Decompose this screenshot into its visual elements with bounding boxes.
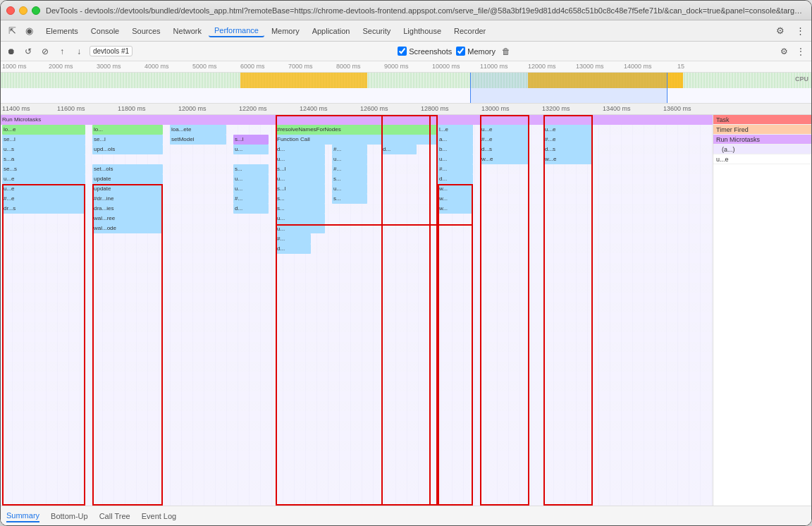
more2-icon[interactable]: ⋮ [794,45,807,58]
bar-u-e[interactable]: u...e [2,174,85,184]
bar-s5[interactable]: s... [332,174,367,184]
bar-set-ols[interactable]: set...ols [92,164,163,174]
timeline-overview[interactable]: 1000 ms 2000 ms 3000 ms 4000 ms 5000 ms … [1,61,811,104]
tab-network[interactable]: Network [168,25,207,37]
bar-hash-fr2[interactable]: #...e [543,135,593,145]
bar-update[interactable]: update [92,174,163,184]
bottom-tab-eventlog[interactable]: Event Log [142,510,177,522]
tab-memory[interactable]: Memory [266,25,305,37]
bar-setModel[interactable]: setModel [170,135,226,145]
bar-w3-right2[interactable]: w... [438,204,473,214]
clear-button[interactable]: ⊘ [39,45,51,58]
tab-console[interactable]: Console [85,25,125,37]
bar-w-right2[interactable]: w... [438,184,473,194]
bar-hash3-sel[interactable]: #... [276,234,311,244]
bar-w-far-right[interactable]: w...e [480,154,529,164]
tab-application[interactable]: Application [307,25,356,37]
tab-elements[interactable]: Elements [40,25,84,37]
bar-u-far-right[interactable]: u...e [480,125,529,135]
bar-u-right2[interactable]: u... [438,154,473,164]
bar-hash-center[interactable]: #... [332,145,367,154]
bar-update2[interactable]: update [92,184,163,194]
bar-u2-center[interactable]: u... [276,174,325,184]
bar-u2[interactable]: u... [233,145,269,154]
minimize-button[interactable] [19,6,27,15]
pointer-icon[interactable]: ⇱ [4,23,20,39]
bottom-tab-calltree[interactable]: Call Tree [99,510,130,522]
bar-d-far-right[interactable]: d...s [480,145,529,154]
bar-b-right[interactable]: b... [438,145,473,154]
bar-se-s[interactable]: se...s [2,164,85,174]
tab-lighthouse[interactable]: Lighthouse [398,25,447,37]
bar-se-l[interactable]: se...l [2,135,85,145]
bar-l-right[interactable]: l...e [438,125,473,135]
tab-sources[interactable]: Sources [126,25,166,37]
bar-a-right[interactable]: a... [438,135,473,145]
bar-dr-s[interactable]: dr...s [2,204,85,214]
bar-hash-far-right[interactable]: #...e [480,135,529,145]
bar-wal-ode[interactable]: wal...ode [92,224,163,233]
close-button[interactable] [6,6,15,15]
bottom-tab-summary[interactable]: Summary [6,510,39,522]
bar-u7-sel[interactable]: u... [276,224,311,234]
bar-u6[interactable]: u... [332,184,367,194]
flame-outer[interactable]: Run Microtasks lo...e lo... loa...ete se… [1,115,811,506]
bar-s2-center[interactable]: s...l [276,184,325,194]
bar-s-l[interactable]: s...l [233,135,269,145]
more-icon[interactable]: ⋮ [792,23,808,39]
bar-d-center[interactable]: d... [276,145,325,154]
bar-u4[interactable]: u... [233,184,269,194]
bar-d-right-c[interactable]: d... [381,145,417,154]
bar-u-fr2[interactable]: u...e [543,125,593,135]
record-button[interactable]: ⏺ [5,45,18,58]
bar-u-center[interactable]: u... [276,154,325,164]
upload-button[interactable]: ↑ [56,45,68,58]
bar-lo2[interactable]: lo... [92,125,163,135]
bar-hash2-center[interactable]: #... [332,164,367,174]
bar-w-fr2[interactable]: w...e [543,154,593,164]
bar-hash-right2[interactable]: #... [438,164,473,174]
bar-dra-ies[interactable]: dra...ies [92,204,163,214]
bar-hash2[interactable]: #... [233,194,269,204]
bar-u5[interactable]: u... [332,154,367,164]
tab-performance[interactable]: Performance [209,25,264,37]
bar-u-s[interactable]: u...s [2,145,85,154]
reload-record-button[interactable]: ↺ [22,45,35,58]
bar-u3-center[interactable]: u... [276,214,325,224]
bar-s2[interactable]: s... [233,164,269,174]
target-select[interactable]: devtools #1 [90,46,133,56]
bar-s6[interactable]: s... [332,194,367,204]
bar-se2-l[interactable]: se...l [92,135,163,145]
bar-w2-right2[interactable]: w... [438,194,473,204]
bar-loa-ete[interactable]: loa...ete [170,125,226,135]
bar-s-a[interactable]: s...a [2,154,85,164]
bar-d-right2[interactable]: d... [438,174,473,184]
trash-icon[interactable]: 🗑 [500,45,512,58]
bar-upd-ols[interactable]: upd...ols [92,145,163,154]
bar-hash-dr-ine[interactable]: #dr...ine [92,194,163,204]
bar-s4-center[interactable]: s... [276,204,325,214]
bottom-tab-bottomup[interactable]: Bottom-Up [51,510,88,522]
tab-security[interactable]: Security [357,25,396,37]
settings2-icon[interactable]: ⚙ [777,45,790,58]
memory-checkbox-label[interactable]: Memory [456,47,496,56]
bar-d2[interactable]: d... [233,204,269,214]
bar-s3-center[interactable]: s... [276,194,325,204]
bar-u-e2[interactable]: u...e [2,184,85,194]
bar-d-fr2[interactable]: d...s [543,145,593,154]
inspect-icon[interactable]: ◉ [20,23,37,39]
maximize-button[interactable] [32,6,40,15]
bar-u3[interactable]: u... [233,174,269,184]
tab-recorder[interactable]: Recorder [448,25,491,37]
bar-s-center[interactable]: s...l [276,164,325,174]
bar-d3-sel[interactable]: d... [276,244,311,254]
bar-lo-e[interactable]: lo...e [2,125,85,135]
download-button[interactable]: ↓ [73,45,85,58]
settings-icon[interactable]: ⚙ [772,23,789,39]
screenshots-checkbox[interactable] [398,47,407,56]
bar-wal-ree[interactable]: wal...ree [92,214,163,224]
screenshots-checkbox-label[interactable]: Screenshots [398,47,452,56]
bar-hash-e[interactable]: #...e [2,194,85,204]
flame-chart[interactable]: Run Microtasks lo...e lo... loa...ete se… [1,115,713,506]
memory-checkbox[interactable] [456,47,465,56]
